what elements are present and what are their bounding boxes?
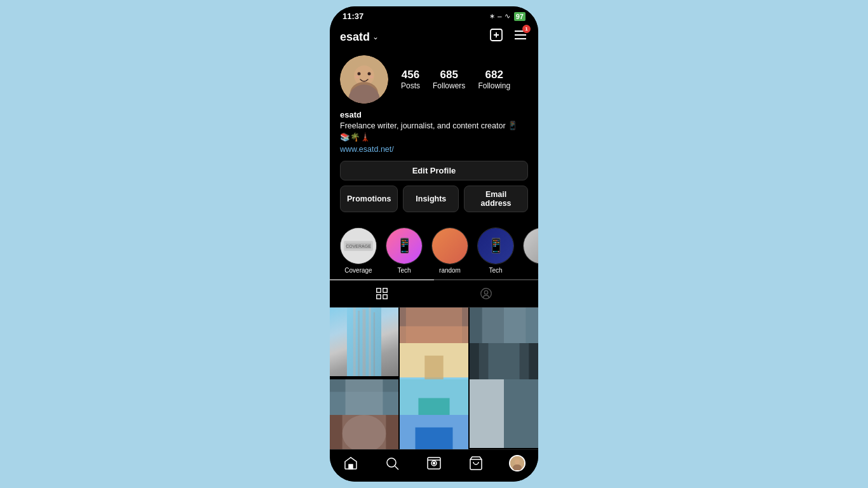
photo-item[interactable] — [330, 415, 398, 449]
photo-item[interactable] — [470, 379, 538, 448]
following-label: Following — [478, 81, 510, 90]
svg-point-12 — [369, 76, 373, 78]
photo-item[interactable] — [330, 308, 398, 376]
photo-item[interactable] — [400, 415, 468, 449]
bottom-navigation — [330, 449, 538, 482]
svg-text:COVERAGE: COVERAGE — [346, 244, 371, 248]
svg-point-66 — [515, 459, 520, 464]
highlight-tech1[interactable]: 📱 Tech — [386, 227, 423, 274]
phone-frame: 11:37 ∗ ⎼ ∿ 97 esatd ⌄ — [330, 6, 538, 482]
status-bar: 11:37 ∗ ⎼ ∿ 97 — [330, 6, 538, 24]
svg-rect-29 — [347, 308, 381, 376]
svg-point-22 — [484, 290, 488, 294]
posts-stat[interactable]: 456 Posts — [401, 69, 420, 90]
username-area[interactable]: esatd ⌄ — [340, 30, 379, 44]
tagged-tab[interactable] — [434, 280, 538, 307]
highlight-label-random: random — [439, 267, 461, 274]
svg-point-62 — [433, 463, 435, 464]
bio-link[interactable]: www.esatd.net/ — [340, 145, 394, 154]
profile-username: esatd — [340, 30, 370, 44]
highlights-row: COVERAGE Coverage 📱 Tech random 📱 Tech — [330, 225, 538, 279]
highlight-image-5 — [524, 228, 538, 264]
highlight-tech2[interactable]: 📱 Tech — [477, 227, 514, 274]
header-icons: 1 — [489, 27, 528, 46]
status-time: 11:37 — [342, 11, 363, 21]
profile-info: 456 Posts 685 Followers 682 Following — [340, 55, 528, 104]
svg-line-59 — [395, 466, 399, 470]
notification-badge: 1 — [522, 25, 531, 33]
avatar — [340, 55, 388, 104]
svg-rect-17 — [377, 288, 381, 292]
search-nav-button[interactable] — [372, 455, 414, 471]
highlight-circle-5 — [523, 227, 538, 264]
svg-rect-18 — [383, 288, 387, 292]
menu-button[interactable]: 1 — [513, 27, 528, 46]
followers-count: 685 — [440, 69, 458, 81]
promotions-button[interactable]: Promotions — [340, 186, 398, 212]
highlight-image-tech2: 📱 — [478, 228, 513, 264]
svg-rect-19 — [377, 295, 381, 299]
following-stat[interactable]: 682 Following — [478, 69, 510, 90]
highlight-circle-tech2: 📱 — [477, 227, 514, 264]
highlight-random[interactable]: random — [431, 227, 468, 274]
followers-label: Followers — [433, 81, 465, 90]
bio-username: esatd — [340, 110, 528, 119]
insights-button[interactable]: Insights — [403, 186, 459, 212]
nav-avatar — [509, 455, 526, 471]
svg-point-21 — [481, 288, 492, 299]
highlight-coverage[interactable]: COVERAGE Coverage — [340, 227, 377, 274]
svg-point-11 — [355, 76, 359, 78]
email-address-button[interactable]: Email address — [464, 186, 528, 212]
profile-nav-button[interactable] — [496, 455, 538, 471]
action-buttons: Promotions Insights Email address — [340, 186, 528, 212]
highlight-label-5: 🖼️ — [538, 267, 538, 274]
svg-rect-56 — [416, 427, 453, 449]
highlight-image-tech1: 📱 — [386, 228, 422, 264]
highlight-circle-tech1: 📱 — [386, 227, 423, 264]
app-header: esatd ⌄ 1 — [330, 24, 538, 51]
battery-icon: 97 — [514, 12, 526, 21]
bluetooth-icon: ∗ — [489, 12, 495, 20]
svg-rect-49 — [470, 379, 504, 448]
posts-label: Posts — [401, 81, 420, 90]
grid-tab[interactable] — [330, 280, 434, 307]
avatar-image — [340, 55, 388, 104]
highlight-label-tech2: Tech — [489, 267, 502, 274]
following-count: 682 — [485, 69, 503, 81]
svg-rect-20 — [383, 295, 387, 299]
bio-text: Freelance writer, journalist, and conten… — [340, 121, 528, 143]
shop-nav-button[interactable] — [455, 455, 497, 471]
wifi-icon: ∿ — [505, 12, 510, 20]
photo-grid — [330, 308, 538, 449]
svg-point-10 — [368, 72, 371, 76]
posts-count: 456 — [402, 69, 419, 81]
svg-point-58 — [387, 458, 396, 467]
highlight-image-random — [432, 228, 468, 264]
svg-point-9 — [358, 72, 361, 76]
followers-stat[interactable]: 685 Followers — [433, 69, 465, 90]
highlight-circle-random — [431, 227, 468, 264]
highlight-label-coverage: Coverage — [344, 267, 372, 274]
chevron-down-icon[interactable]: ⌄ — [372, 32, 379, 41]
home-nav-button[interactable] — [330, 455, 372, 471]
edit-profile-button[interactable]: Edit Profile — [340, 161, 528, 180]
profile-stats: 456 Posts 685 Followers 682 Following — [401, 69, 528, 90]
svg-rect-57 — [349, 464, 353, 469]
svg-rect-50 — [504, 379, 538, 448]
highlight-5[interactable]: 🖼️ — [523, 227, 538, 274]
highlight-image-coverage: COVERAGE — [341, 228, 376, 264]
status-icons: ∗ ⎼ ∿ 97 — [489, 12, 526, 21]
highlight-circle-coverage: COVERAGE — [340, 227, 377, 264]
profile-section: 456 Posts 685 Followers 682 Following es… — [330, 51, 538, 225]
reels-nav-button[interactable] — [413, 455, 455, 471]
add-post-button[interactable] — [489, 27, 504, 46]
bio-section: esatd Freelance writer, journalist, and … — [340, 110, 528, 154]
signal-icon: ⎼ — [498, 13, 502, 20]
content-tab-bar — [330, 279, 538, 308]
highlight-label-tech1: Tech — [397, 267, 410, 274]
